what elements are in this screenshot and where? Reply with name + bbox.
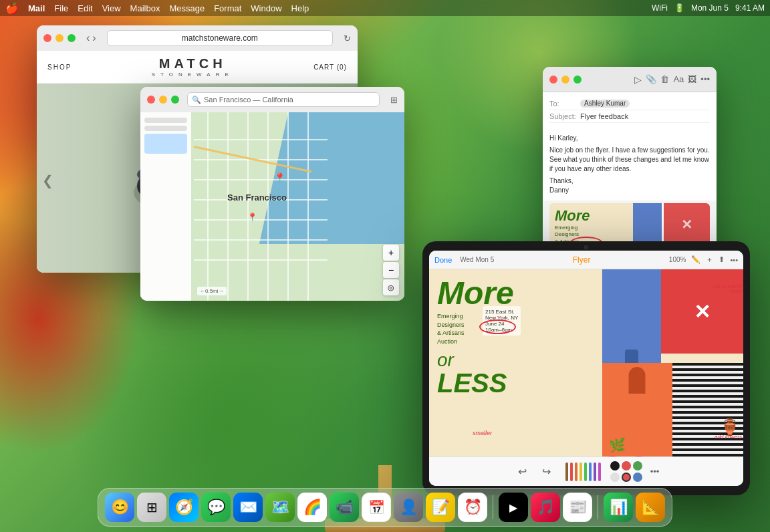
mail-send-icon[interactable]: ▷	[634, 74, 642, 85]
app-name-menu[interactable]: Mail	[28, 3, 45, 13]
mail-traffic-lights	[549, 76, 582, 84]
map-background: San Francisco 📍 📍 + − ◎	[140, 112, 404, 301]
dock-icon-numbers[interactable]: 📊	[604, 493, 633, 522]
dock-icon-keynote[interactable]: 📐	[636, 493, 665, 522]
mail-message-body[interactable]: Hi Karley, Nice job on the flyer. I have…	[543, 128, 717, 201]
file-menu[interactable]: File	[54, 3, 68, 13]
map-street-v2	[227, 112, 229, 301]
dock-icon-reminders[interactable]: ⏰	[458, 493, 487, 522]
window-menu[interactable]: Window	[251, 3, 281, 13]
dock-icon-notes[interactable]: 📝	[426, 493, 455, 522]
ipad-pen-tool-5[interactable]	[584, 462, 587, 481]
maps-minimize-button[interactable]	[159, 96, 167, 104]
ipad-share-icon[interactable]: ⬆	[719, 255, 725, 264]
mail-dock-icon: ✉️	[239, 499, 257, 516]
dock-icon-messages[interactable]: 💬	[201, 493, 231, 522]
mail-attach-icon[interactable]: 📎	[646, 74, 656, 85]
ipad-color-green[interactable]	[633, 461, 642, 471]
ipad-redo-button[interactable]: ↪	[537, 462, 556, 481]
help-menu[interactable]: Help	[291, 3, 309, 13]
mail-photo-icon[interactable]: 🖼	[688, 74, 696, 85]
mail-delete-icon[interactable]: 🗑	[660, 74, 669, 85]
dock-icon-safari[interactable]: 🧭	[169, 493, 199, 522]
safari-minimize-button[interactable]	[55, 34, 63, 42]
ipad-pen-tool-8[interactable]	[598, 462, 601, 481]
mail-illus-x-panel: ✕	[664, 203, 710, 245]
message-menu[interactable]: Message	[169, 3, 205, 13]
view-menu[interactable]: View	[102, 3, 121, 13]
dock-icon-news[interactable]: 📰	[563, 493, 592, 522]
product-prev-button[interactable]: ❮	[42, 172, 53, 188]
menu-bar-right: WiFi 🔋 Mon Jun 5 9:41 AM	[652, 3, 765, 13]
safari-address-bar[interactable]: matchstoneware.com	[107, 30, 333, 46]
safari-refresh-icon[interactable]: ↻	[344, 33, 351, 43]
ipad-pen-tool-4[interactable]	[580, 462, 582, 481]
dock-icon-finder[interactable]: 😊	[105, 493, 134, 522]
safari-dock-icon: 🧭	[175, 499, 193, 516]
mail-subject-value[interactable]: Flyer feedback	[580, 112, 628, 120]
safari-cart[interactable]: CART (0)	[313, 63, 347, 71]
ipad-color-blue[interactable]	[633, 473, 642, 482]
apple-menu[interactable]: 🍎	[5, 2, 19, 15]
mail-maximize-button[interactable]	[573, 76, 582, 84]
dock-icon-photos[interactable]: 🌈	[297, 493, 327, 522]
mail-format-icon[interactable]: Aa	[673, 74, 684, 85]
dock-icon-appletv[interactable]: ▶	[499, 493, 528, 522]
ipad-time: 10am–6pm	[485, 327, 518, 333]
ipad-doc-title[interactable]: Flyer	[499, 255, 664, 265]
format-menu[interactable]: Format	[214, 3, 241, 13]
ipad-tool-options-icon[interactable]: •••	[650, 467, 660, 477]
ipad-plus-icon[interactable]: ＋	[706, 255, 713, 265]
ipad-pen-tool-2[interactable]	[570, 462, 573, 481]
ipad-color-white[interactable]	[610, 473, 620, 482]
maps-sidebar-toggle[interactable]: ⊞	[390, 95, 398, 105]
dock-icon-calendar[interactable]: 📅	[362, 493, 391, 522]
maps-maximize-button[interactable]	[171, 96, 179, 104]
ipad-color-red-selected[interactable]	[622, 473, 631, 482]
mailbox-menu[interactable]: Mailbox	[130, 3, 160, 13]
ipad-address: 215 East St.	[485, 309, 518, 315]
ipad-flyer-background: More Emerging Designers & Artisans Aucti…	[429, 269, 743, 456]
ipad-undo-button[interactable]: ↩	[513, 462, 532, 481]
dock-icon-music[interactable]: 🎵	[531, 493, 560, 522]
map-zoom-out-button[interactable]: −	[383, 262, 399, 278]
maps-window: 🔍 San Francisco — California ⊞	[140, 87, 404, 301]
dock-separator-2	[598, 495, 598, 519]
numbers-icon: 📊	[610, 499, 628, 516]
safari-maximize-button[interactable]	[68, 34, 76, 42]
photos-icon: 🌈	[303, 499, 322, 516]
maps-close-button[interactable]	[147, 96, 155, 104]
edit-menu[interactable]: Edit	[78, 3, 92, 13]
dock-icon-contacts[interactable]: 👤	[394, 493, 423, 522]
map-zoom-in-button[interactable]: +	[383, 245, 399, 261]
ipad-pen-tool-1[interactable]	[565, 462, 568, 481]
ipad-pen-tool-6[interactable]	[589, 462, 592, 481]
dock-icon-facetime[interactable]: 📹	[330, 493, 359, 522]
map-location-button[interactable]: ◎	[383, 279, 399, 295]
mail-subject-field: Subject: Flyer feedback	[549, 110, 710, 123]
maps-sidebar-item2	[144, 126, 187, 131]
safari-shop-label[interactable]: SHOP	[47, 63, 72, 71]
ipad-pencil-icon[interactable]: ✏️	[691, 255, 700, 264]
ipad-color-black[interactable]	[610, 461, 620, 471]
calendar-icon: 📅	[368, 499, 385, 515]
mail-close-button[interactable]	[549, 76, 557, 84]
ipad-color-red[interactable]	[622, 461, 631, 471]
mail-greeting: Hi Karley,	[549, 134, 710, 143]
mail-more-icon[interactable]: •••	[700, 74, 710, 85]
maps-search-bar[interactable]: 🔍 San Francisco — California	[187, 92, 380, 107]
mail-body-text: Nice job on the flyer. I have a few sugg…	[549, 146, 710, 174]
mail-minimize-button[interactable]	[561, 76, 569, 84]
ipad-battery-label: 100%	[669, 256, 686, 263]
ipad-pen-tool-7[interactable]	[594, 462, 596, 481]
dock-icon-maps[interactable]: 🗺️	[265, 493, 295, 522]
mail-to-value[interactable]: Ashley Kumar	[580, 100, 630, 108]
ipad-more-options-icon[interactable]: •••	[730, 256, 738, 264]
dock-icon-mail[interactable]: ✉️	[233, 493, 263, 522]
safari-close-button[interactable]	[43, 34, 51, 42]
safari-forward-button[interactable]: ›	[92, 32, 96, 44]
dock-icon-launchpad[interactable]: ⊞	[137, 493, 166, 522]
safari-back-button[interactable]: ‹	[86, 32, 90, 44]
ipad-pen-tool-3[interactable]	[575, 462, 578, 481]
ipad-done-button[interactable]: Done	[434, 256, 452, 264]
